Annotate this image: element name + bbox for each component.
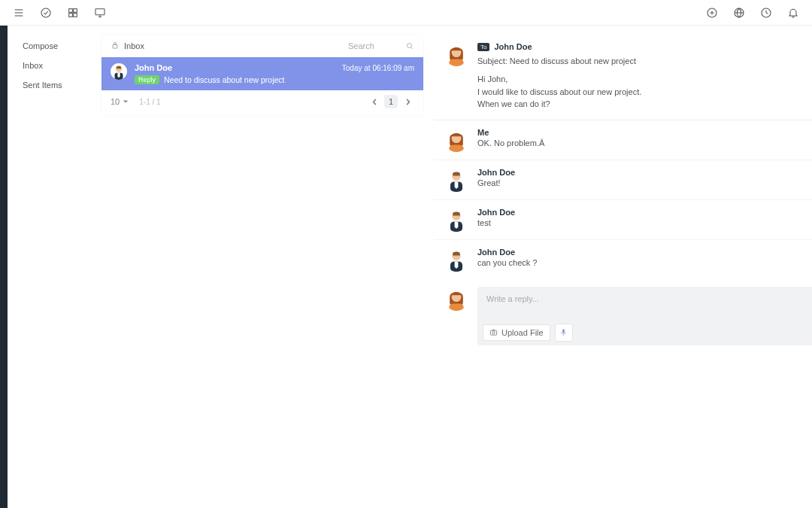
thread-body: Hi John, I would like to discuss about o… (477, 73, 801, 111)
upload-file-label: Upload File (501, 328, 544, 337)
sidebar-item-inbox[interactable]: Inbox (8, 56, 102, 75)
reply-text: Great! (477, 178, 515, 187)
reply-item: John Doetest (434, 200, 812, 240)
reply-input[interactable] (477, 287, 812, 320)
to-badge: To (477, 43, 489, 51)
list-header: Inbox (102, 35, 423, 57)
main: Compose Inbox Sent Items Inbox (0, 26, 812, 508)
svg-rect-5 (74, 8, 77, 12)
reply-item: John Doecan you check ? (434, 240, 812, 279)
per-page-select[interactable]: 10 (111, 97, 129, 106)
thread-header: To John Doe Subject: Need to discuss abo… (434, 35, 812, 120)
lock-icon (111, 41, 120, 51)
thread-subject: Subject: Need to discuss about new proje… (477, 56, 801, 65)
reply-text: can you check ? (477, 258, 538, 267)
message-time: Today at 06:16:09 am (342, 64, 414, 72)
svg-rect-43 (562, 329, 565, 333)
list-title: Inbox (124, 41, 144, 50)
svg-point-18 (408, 44, 412, 48)
search-box[interactable] (348, 41, 414, 50)
search-input[interactable] (348, 41, 401, 50)
avatar (444, 42, 468, 66)
body-line: I would like to discuss about our new pr… (477, 86, 801, 99)
per-page-value: 10 (111, 97, 120, 106)
sidebar-item-sent[interactable]: Sent Items (8, 75, 102, 95)
pager-range: 1-1 / 1 (139, 98, 160, 106)
body-line: When we can do it? (477, 98, 801, 111)
plus-circle-icon[interactable] (705, 6, 719, 20)
pager-prev[interactable] (368, 95, 381, 108)
avatar (444, 128, 468, 152)
reply-item: MeOK. No problem.Â (434, 120, 812, 160)
svg-rect-6 (69, 13, 73, 17)
svg-point-3 (41, 8, 50, 17)
svg-rect-4 (69, 8, 73, 12)
avatar (444, 168, 468, 192)
reply-author: John Doe (477, 168, 515, 177)
svg-rect-17 (113, 45, 117, 49)
svg-rect-8 (95, 8, 105, 14)
reply-text: test (477, 218, 515, 227)
upload-file-button[interactable]: Upload File (483, 325, 550, 340)
bell-icon[interactable] (786, 6, 800, 20)
svg-line-19 (411, 47, 413, 49)
menu-icon[interactable] (12, 6, 26, 20)
thread: To John Doe Subject: Need to discuss abo… (434, 35, 812, 354)
camera-icon (489, 328, 498, 336)
reply-author: John Doe (477, 208, 515, 217)
mic-icon (559, 328, 568, 336)
sidebar-item-compose[interactable]: Compose (8, 36, 102, 56)
message-row[interactable]: John Doe Today at 06:16:09 am Reply Need… (102, 57, 423, 90)
reply-item: John DoeGreat! (434, 160, 812, 200)
globe-icon[interactable] (732, 6, 746, 20)
avatar (444, 248, 468, 272)
avatar (111, 63, 127, 80)
check-circle-icon[interactable] (39, 6, 53, 20)
thread-from: John Doe (494, 42, 532, 51)
svg-rect-40 (449, 303, 463, 311)
clock-icon[interactable] (759, 6, 773, 20)
pager-current[interactable]: 1 (384, 95, 398, 108)
search-icon (405, 41, 414, 50)
message-sender: John Doe (135, 63, 172, 72)
svg-point-42 (492, 332, 495, 334)
grid-icon[interactable] (66, 6, 80, 20)
svg-rect-28 (449, 144, 463, 152)
body-line: Hi John, (477, 73, 801, 86)
pager: 10 1-1 / 1 1 (102, 90, 423, 116)
reply-badge: Reply (135, 75, 159, 84)
message-subject: Need to discuss about new project (164, 75, 285, 84)
svg-rect-7 (74, 13, 77, 17)
message-list: Inbox John Doe Today at 06:16:09 am Re (102, 35, 423, 116)
avatar (444, 287, 468, 311)
reply-author: Me (477, 128, 544, 137)
topbar (0, 0, 812, 26)
avatar (444, 208, 468, 232)
reply-author: John Doe (477, 248, 538, 257)
sidebar: Compose Inbox Sent Items (8, 26, 102, 508)
monitor-icon[interactable] (93, 6, 107, 20)
svg-rect-25 (449, 59, 463, 66)
mic-button[interactable] (556, 324, 572, 341)
compose-area: Upload File (434, 279, 812, 354)
left-rail (0, 26, 8, 508)
reply-text: OK. No problem.Â (477, 138, 544, 148)
svg-rect-41 (490, 330, 496, 335)
chevron-down-icon (123, 99, 129, 105)
pager-next[interactable] (401, 95, 414, 108)
